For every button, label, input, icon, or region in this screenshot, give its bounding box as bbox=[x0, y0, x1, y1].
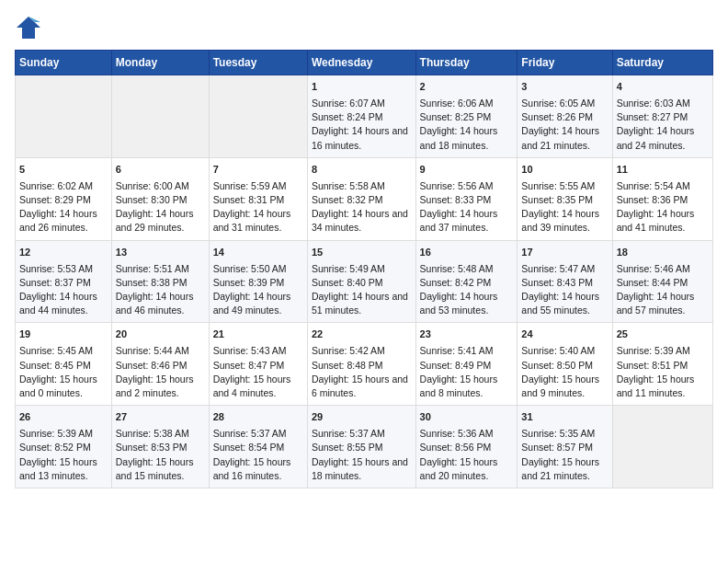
calendar-cell: 22Sunrise: 5:42 AMSunset: 8:48 PMDayligh… bbox=[307, 323, 415, 406]
day-number: 22 bbox=[312, 327, 412, 342]
day-number: 19 bbox=[19, 327, 108, 342]
day-number: 28 bbox=[213, 410, 303, 425]
calendar-cell: 14Sunrise: 5:50 AMSunset: 8:39 PMDayligh… bbox=[209, 240, 307, 323]
calendar-cell: 19Sunrise: 5:45 AMSunset: 8:45 PMDayligh… bbox=[16, 323, 112, 406]
calendar-cell: 29Sunrise: 5:37 AMSunset: 8:55 PMDayligh… bbox=[307, 406, 415, 488]
calendar-cell: 6Sunrise: 6:00 AMSunset: 8:30 PMDaylight… bbox=[111, 157, 209, 240]
day-number: 24 bbox=[521, 327, 608, 342]
calendar-cell: 30Sunrise: 5:36 AMSunset: 8:56 PMDayligh… bbox=[415, 406, 518, 488]
day-number: 31 bbox=[521, 410, 608, 425]
day-number: 8 bbox=[312, 163, 412, 178]
calendar-cell: 4Sunrise: 6:03 AMSunset: 8:27 PMDaylight… bbox=[612, 75, 712, 158]
calendar-cell: 10Sunrise: 5:55 AMSunset: 8:35 PMDayligh… bbox=[518, 157, 612, 240]
weekday-header: Sunday bbox=[16, 51, 112, 75]
calendar-cell: 16Sunrise: 5:48 AMSunset: 8:42 PMDayligh… bbox=[415, 240, 518, 323]
day-number: 18 bbox=[617, 246, 709, 260]
calendar-cell bbox=[16, 75, 112, 158]
day-number: 12 bbox=[19, 246, 108, 260]
day-number: 26 bbox=[19, 410, 108, 425]
day-number: 14 bbox=[213, 246, 303, 260]
svg-marker-0 bbox=[17, 17, 40, 39]
calendar-cell: 2Sunrise: 6:06 AMSunset: 8:25 PMDaylight… bbox=[415, 75, 518, 158]
calendar-cell: 26Sunrise: 5:39 AMSunset: 8:52 PMDayligh… bbox=[16, 406, 112, 488]
calendar-week-row: 1Sunrise: 6:07 AMSunset: 8:24 PMDaylight… bbox=[16, 75, 713, 158]
calendar-cell: 18Sunrise: 5:46 AMSunset: 8:44 PMDayligh… bbox=[612, 240, 712, 323]
day-number: 10 bbox=[521, 163, 608, 178]
calendar-cell: 1Sunrise: 6:07 AMSunset: 8:24 PMDaylight… bbox=[307, 75, 415, 158]
day-number: 1 bbox=[312, 80, 412, 95]
calendar-cell: 23Sunrise: 5:41 AMSunset: 8:49 PMDayligh… bbox=[415, 323, 518, 406]
calendar-cell: 17Sunrise: 5:47 AMSunset: 8:43 PMDayligh… bbox=[518, 240, 612, 323]
logo bbox=[15, 15, 46, 40]
day-number: 29 bbox=[312, 410, 412, 425]
calendar-cell: 15Sunrise: 5:49 AMSunset: 8:40 PMDayligh… bbox=[307, 240, 415, 323]
day-number: 3 bbox=[521, 80, 608, 95]
calendar-week-row: 26Sunrise: 5:39 AMSunset: 8:52 PMDayligh… bbox=[16, 406, 713, 488]
calendar-cell: 3Sunrise: 6:05 AMSunset: 8:26 PMDaylight… bbox=[518, 75, 612, 158]
calendar-week-row: 12Sunrise: 5:53 AMSunset: 8:37 PMDayligh… bbox=[16, 240, 713, 323]
calendar-cell: 20Sunrise: 5:44 AMSunset: 8:46 PMDayligh… bbox=[111, 323, 209, 406]
calendar-cell: 9Sunrise: 5:56 AMSunset: 8:33 PMDaylight… bbox=[415, 157, 518, 240]
day-number: 2 bbox=[420, 80, 514, 95]
logo-icon bbox=[15, 15, 42, 40]
calendar-cell: 24Sunrise: 5:40 AMSunset: 8:50 PMDayligh… bbox=[518, 323, 612, 406]
calendar-cell: 12Sunrise: 5:53 AMSunset: 8:37 PMDayligh… bbox=[16, 240, 112, 323]
calendar-cell: 31Sunrise: 5:35 AMSunset: 8:57 PMDayligh… bbox=[518, 406, 612, 488]
day-number: 25 bbox=[617, 327, 709, 342]
calendar-cell: 5Sunrise: 6:02 AMSunset: 8:29 PMDaylight… bbox=[16, 157, 112, 240]
calendar-cell bbox=[612, 406, 712, 488]
day-number: 4 bbox=[617, 80, 709, 95]
calendar-week-row: 19Sunrise: 5:45 AMSunset: 8:45 PMDayligh… bbox=[16, 323, 713, 406]
calendar-cell: 25Sunrise: 5:39 AMSunset: 8:51 PMDayligh… bbox=[612, 323, 712, 406]
weekday-header: Monday bbox=[111, 51, 209, 75]
day-number: 6 bbox=[116, 163, 205, 178]
calendar-header-row: SundayMondayTuesdayWednesdayThursdayFrid… bbox=[16, 51, 713, 75]
day-number: 11 bbox=[617, 163, 709, 178]
day-number: 27 bbox=[116, 410, 205, 425]
page-header bbox=[15, 15, 713, 40]
day-number: 9 bbox=[420, 163, 514, 178]
weekday-header: Saturday bbox=[612, 51, 712, 75]
weekday-header: Tuesday bbox=[209, 51, 307, 75]
day-number: 13 bbox=[116, 246, 205, 260]
weekday-header: Friday bbox=[518, 51, 612, 75]
day-number: 30 bbox=[420, 410, 514, 425]
calendar-cell: 7Sunrise: 5:59 AMSunset: 8:31 PMDaylight… bbox=[209, 157, 307, 240]
calendar-cell bbox=[209, 75, 307, 158]
calendar-cell: 21Sunrise: 5:43 AMSunset: 8:47 PMDayligh… bbox=[209, 323, 307, 406]
weekday-header: Thursday bbox=[415, 51, 518, 75]
weekday-header: Wednesday bbox=[307, 51, 415, 75]
day-number: 17 bbox=[521, 246, 608, 260]
calendar-cell: 8Sunrise: 5:58 AMSunset: 8:32 PMDaylight… bbox=[307, 157, 415, 240]
calendar-cell: 13Sunrise: 5:51 AMSunset: 8:38 PMDayligh… bbox=[111, 240, 209, 323]
day-number: 5 bbox=[19, 163, 108, 178]
day-number: 16 bbox=[420, 246, 514, 260]
calendar-cell bbox=[111, 75, 209, 158]
day-number: 15 bbox=[312, 246, 412, 260]
calendar-table: SundayMondayTuesdayWednesdayThursdayFrid… bbox=[15, 50, 713, 488]
day-number: 7 bbox=[213, 163, 303, 178]
day-number: 23 bbox=[420, 327, 514, 342]
calendar-cell: 11Sunrise: 5:54 AMSunset: 8:36 PMDayligh… bbox=[612, 157, 712, 240]
day-number: 20 bbox=[116, 327, 205, 342]
calendar-cell: 27Sunrise: 5:38 AMSunset: 8:53 PMDayligh… bbox=[111, 406, 209, 488]
calendar-week-row: 5Sunrise: 6:02 AMSunset: 8:29 PMDaylight… bbox=[16, 157, 713, 240]
day-number: 21 bbox=[213, 327, 303, 342]
calendar-cell: 28Sunrise: 5:37 AMSunset: 8:54 PMDayligh… bbox=[209, 406, 307, 488]
